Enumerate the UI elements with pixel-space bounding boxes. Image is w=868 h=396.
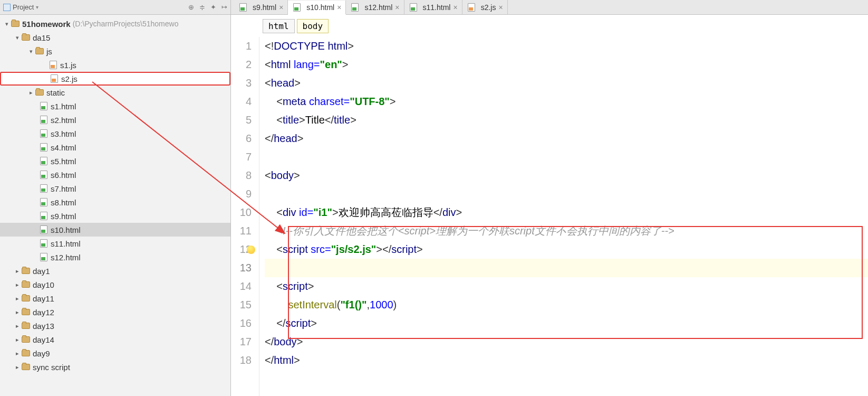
line-number: 16	[231, 314, 252, 333]
tree-file[interactable]: s12.html	[0, 250, 230, 264]
line-number: 8	[231, 166, 252, 185]
line-number: 13	[231, 259, 252, 277]
line-number: 15	[231, 296, 252, 314]
collapse-icon[interactable]: ↦	[221, 3, 227, 11]
code-line[interactable]	[265, 185, 868, 203]
dropdown-icon[interactable]: ▾	[36, 4, 38, 10]
editor-main: s9.html × s10.html × s12.html × s11.html…	[231, 0, 868, 396]
line-number: 5	[231, 111, 252, 129]
line-number: 10	[231, 203, 252, 222]
line-number: 17	[231, 333, 252, 351]
tab-label: s2.js	[481, 3, 496, 12]
tree-file[interactable]: s2.html	[0, 113, 230, 127]
line-number: 18	[231, 351, 252, 370]
tree-folder[interactable]: ▸day12	[0, 305, 230, 319]
tree-folder[interactable]: ▸static	[0, 86, 230, 99]
sidebar-title: Project	[13, 3, 34, 11]
tree-folder[interactable]: ▸day9	[0, 346, 230, 360]
line-number: 14	[231, 277, 252, 296]
editor-tab[interactable]: s9.html ×	[234, 0, 288, 14]
html-file-icon	[292, 3, 302, 12]
code-line[interactable]	[265, 148, 868, 166]
tree-folder[interactable]: ▸day10	[0, 278, 230, 291]
editor-tab[interactable]: s11.html ×	[404, 0, 462, 14]
intention-bulb-icon[interactable]	[247, 246, 255, 254]
tree-folder[interactable]: ▸day1	[0, 264, 230, 278]
tree-root[interactable]: ▾51homework(D:\PycharmProjects\51homewo	[0, 17, 230, 31]
close-icon[interactable]: ×	[337, 3, 341, 12]
project-tree[interactable]: ▾51homework(D:\PycharmProjects\51homewo▾…	[0, 15, 230, 396]
tree-file[interactable]: s8.html	[0, 195, 230, 209]
tree-file[interactable]: s10.html	[0, 223, 230, 237]
line-number: 2	[231, 55, 252, 74]
line-number: 6	[231, 129, 252, 148]
layers-icon[interactable]: ≑	[199, 3, 205, 11]
close-icon[interactable]: ×	[453, 3, 457, 12]
tree-file[interactable]: s6.html	[0, 168, 230, 182]
line-number: 4	[231, 92, 252, 111]
code-line[interactable]: <script>	[265, 277, 868, 296]
code-line[interactable]: <!--你引入文件他会把这个<script>理解为一个外联script文件不会执…	[265, 222, 868, 240]
editor-tabs: s9.html × s10.html × s12.html × s11.html…	[231, 0, 868, 15]
breadcrumb: htmlbody	[231, 15, 868, 37]
breadcrumb-item[interactable]: body	[297, 19, 329, 33]
code-line[interactable]: </body>	[265, 333, 868, 351]
tree-file[interactable]: s1.html	[0, 99, 230, 113]
line-gutter: 123456789101112131415161718	[231, 37, 259, 396]
project-sidebar: Project ▾ ⊕ ≑ ✦ ↦ ▾51homework(D:\Pycharm…	[0, 0, 231, 396]
html-file-icon	[238, 3, 248, 12]
code-editor[interactable]: 123456789101112131415161718 <!DOCTYPE ht…	[231, 37, 868, 396]
code-line[interactable]: <html lang="en">	[265, 55, 868, 74]
line-number: 11	[231, 222, 252, 240]
tree-file[interactable]: s11.html	[0, 237, 230, 250]
tree-folder[interactable]: ▸day11	[0, 291, 230, 305]
code-line[interactable]: <script src="js/s2.js"></script>	[265, 240, 868, 259]
project-icon	[3, 4, 11, 11]
close-icon[interactable]: ×	[279, 3, 283, 12]
tree-file[interactable]: s2.js	[0, 72, 230, 86]
editor-tab[interactable]: s12.html ×	[346, 0, 404, 14]
close-icon[interactable]: ×	[395, 3, 399, 12]
html-file-icon	[350, 3, 360, 12]
tree-folder[interactable]: ▾da15	[0, 31, 230, 44]
code-line[interactable]: <head>	[265, 74, 868, 92]
tree-file[interactable]: s9.html	[0, 209, 230, 223]
tree-file[interactable]: s3.html	[0, 127, 230, 140]
sidebar-header: Project ▾ ⊕ ≑ ✦ ↦	[0, 0, 230, 15]
line-number: 1	[231, 37, 252, 55]
code-line[interactable]: <!DOCTYPE html>	[265, 37, 868, 55]
tab-label: s9.html	[253, 3, 276, 12]
tab-label: s12.html	[364, 3, 392, 12]
tree-file[interactable]: s4.html	[0, 140, 230, 154]
gear-icon[interactable]: ✦	[210, 3, 216, 11]
close-icon[interactable]: ×	[498, 3, 503, 12]
tree-file[interactable]: s7.html	[0, 182, 230, 195]
tree-folder[interactable]: ▸sync script	[0, 360, 230, 374]
code-line[interactable]: </script>	[265, 314, 868, 333]
code-line[interactable]: setInterval("f1()",1000)	[265, 296, 868, 314]
line-number: 3	[231, 74, 252, 92]
tab-label: s11.html	[423, 3, 451, 12]
tab-label: s10.html	[306, 3, 334, 12]
tree-folder[interactable]: ▾js	[0, 44, 230, 58]
line-number: 7	[231, 148, 252, 166]
code-line[interactable]: <meta charset="UTF-8">	[265, 92, 868, 111]
tree-file[interactable]: s5.html	[0, 154, 230, 168]
locate-icon[interactable]: ⊕	[188, 3, 194, 11]
code-line[interactable]: <body>	[265, 166, 868, 185]
editor-tab[interactable]: s2.js ×	[462, 0, 508, 14]
tree-folder[interactable]: ▸day13	[0, 319, 230, 333]
code-area[interactable]: <!DOCTYPE html><html lang="en"><head> <m…	[259, 37, 868, 396]
breadcrumb-item[interactable]: html	[263, 19, 295, 33]
js-file-icon	[467, 3, 476, 12]
tree-file[interactable]: s1.js	[0, 58, 230, 72]
code-line[interactable]	[265, 259, 868, 277]
code-line[interactable]: <title>Title</title>	[265, 111, 868, 129]
editor-tab[interactable]: s10.html ×	[288, 1, 346, 15]
code-line[interactable]: </head>	[265, 129, 868, 148]
line-number: 9	[231, 185, 252, 203]
tree-folder[interactable]: ▸day14	[0, 333, 230, 346]
code-line[interactable]: </html>	[265, 351, 868, 370]
code-line[interactable]: <div id="i1">欢迎帅高高莅临指导</div>	[265, 203, 868, 222]
html-file-icon	[409, 3, 418, 12]
